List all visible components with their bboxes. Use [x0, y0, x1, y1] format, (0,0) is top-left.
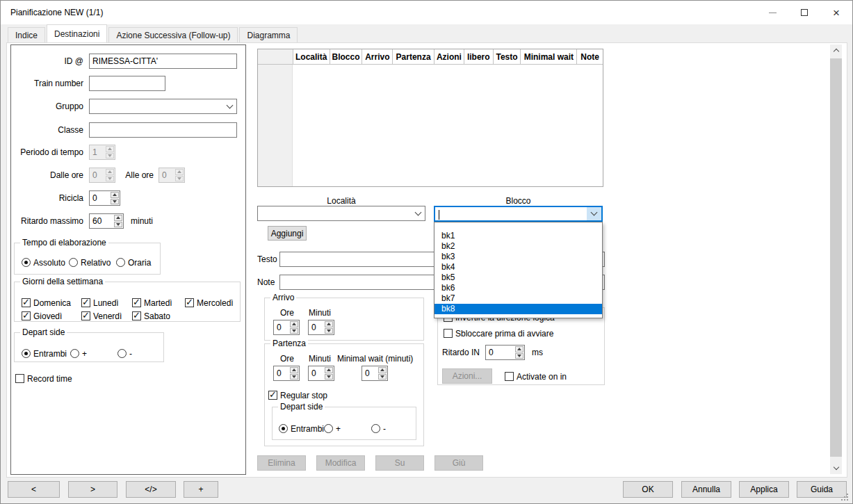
- checkbox-activate-on-in[interactable]: Activate on in: [505, 371, 567, 382]
- ricicla-spinner[interactable]: 0: [89, 190, 120, 206]
- table-corner-cell: [258, 49, 293, 64]
- dropdown-item-bk1[interactable]: bk1: [434, 231, 602, 241]
- dropdown-item-bk5[interactable]: bk5: [434, 273, 602, 283]
- guida-button[interactable]: Guida: [797, 481, 847, 498]
- radio-plus-left[interactable]: +: [70, 348, 87, 359]
- ritardo-in-spinner[interactable]: 0: [485, 345, 525, 360]
- spinner-up-icon[interactable]: [515, 346, 523, 352]
- arrivo-title: Arrivo: [270, 293, 296, 302]
- radio-plus-partenza[interactable]: +: [324, 423, 341, 434]
- dropdown-item-bk4[interactable]: bk4: [434, 262, 602, 273]
- radio-entrambi-left[interactable]: Entrambi: [22, 348, 67, 359]
- radio-oraria[interactable]: Oraria: [116, 257, 151, 268]
- column-header-libero[interactable]: libero: [464, 49, 493, 64]
- close-button[interactable]: ×: [820, 1, 852, 24]
- maximize-button[interactable]: [788, 1, 820, 24]
- partenza-ore-spinner[interactable]: 0: [273, 366, 300, 381]
- dropdown-item-bk8[interactable]: bk8: [434, 304, 602, 314]
- column-header-azioni[interactable]: Azioni: [434, 49, 464, 64]
- checkbox-venerdi[interactable]: Venerdì: [81, 311, 122, 321]
- dropdown-item-bk6[interactable]: bk6: [434, 283, 602, 293]
- classe-input[interactable]: [89, 122, 237, 138]
- checkbox-mercoledi[interactable]: Mercoledì: [185, 298, 234, 308]
- localita-combobox[interactable]: [257, 206, 425, 221]
- destinations-table[interactable]: Località Blocco Arrivo Partenza Azioni l…: [257, 49, 603, 187]
- spinner-up-icon[interactable]: [325, 367, 333, 373]
- spinner-down-icon[interactable]: [325, 374, 333, 380]
- tab-destinazioni[interactable]: Destinazioni: [47, 24, 107, 42]
- column-header-arrivo[interactable]: Arrivo: [361, 49, 392, 64]
- radio-minus-left[interactable]: -: [117, 348, 132, 359]
- spinner-up-icon[interactable]: [378, 367, 387, 373]
- next-button[interactable]: >: [68, 481, 117, 498]
- spinner-up-icon[interactable]: [325, 321, 333, 327]
- dropdown-item-bk3[interactable]: bk3: [434, 252, 602, 262]
- spinner-up-icon[interactable]: [111, 192, 119, 198]
- spinner-down-icon[interactable]: [114, 222, 122, 228]
- radio-relativo[interactable]: Relativo: [69, 257, 111, 268]
- checkbox-martedi[interactable]: Martedì: [132, 298, 172, 308]
- checkbox-domenica[interactable]: Domenica: [22, 298, 71, 308]
- code-button[interactable]: </>: [126, 481, 176, 498]
- resize-grip-icon[interactable]: [847, 499, 848, 501]
- partenza-minuti-spinner[interactable]: 0: [308, 366, 334, 381]
- column-header-note[interactable]: Note: [576, 49, 603, 64]
- column-header-blocco[interactable]: Blocco: [330, 49, 362, 64]
- title-bar: Pianificazione NEW (1/1) ×: [1, 1, 852, 24]
- scrollbar-up-button[interactable]: [830, 44, 842, 56]
- checkbox-sabato[interactable]: Sabato: [132, 311, 170, 321]
- arrivo-ore-spinner[interactable]: 0: [273, 320, 300, 335]
- spinner-down-icon[interactable]: [325, 328, 333, 334]
- spinner-down-icon[interactable]: [290, 328, 298, 334]
- column-header-testo[interactable]: Testo: [493, 49, 521, 64]
- column-header-minimal-wait[interactable]: Minimal wait: [520, 49, 576, 64]
- dropdown-item-bk7[interactable]: bk7: [434, 293, 602, 304]
- vertical-scrollbar[interactable]: [830, 44, 842, 474]
- checkbox-sbloccare[interactable]: Sbloccare prima di avviare: [444, 328, 553, 339]
- spinner-down-icon[interactable]: [515, 353, 523, 359]
- scrollbar-thumb[interactable]: [830, 58, 842, 457]
- minimal-wait-spinner[interactable]: 0: [361, 366, 388, 381]
- prev-button[interactable]: <: [8, 481, 60, 498]
- minimize-button[interactable]: [756, 1, 788, 24]
- depart-side-group-partenza: Depart side Entrambi + -: [272, 407, 416, 440]
- dropdown-item-bk2[interactable]: bk2: [434, 241, 602, 252]
- block-options-group: Invertire la direzione logica Sbloccare …: [437, 307, 605, 385]
- modifica-button: Modifica: [316, 455, 365, 471]
- radio-minus-partenza[interactable]: -: [371, 423, 386, 434]
- id-input[interactable]: RIMESSA-CITTA': [89, 54, 237, 69]
- spinner-up-icon[interactable]: [290, 367, 298, 373]
- blocco-combobox[interactable]: [434, 206, 603, 222]
- tab-diagramma[interactable]: Diagramma: [239, 27, 298, 42]
- checkbox-icon: [268, 391, 277, 400]
- spinner-up-icon[interactable]: [114, 215, 122, 221]
- arrivo-minuti-spinner[interactable]: 0: [308, 320, 334, 335]
- aggiungi-button[interactable]: Aggiungi: [268, 226, 307, 241]
- radio-entrambi-partenza[interactable]: Entrambi: [279, 423, 324, 434]
- tab-indice[interactable]: Indice: [8, 27, 45, 42]
- column-header-partenza[interactable]: Partenza: [392, 49, 434, 64]
- minimize-icon: [769, 13, 777, 13]
- tab-azione-successiva[interactable]: Azione Successiva (Follow-up): [108, 27, 238, 42]
- radio-assoluto[interactable]: Assoluto: [22, 257, 65, 268]
- scrollbar-down-button[interactable]: [830, 462, 842, 474]
- train-number-input[interactable]: [89, 76, 165, 91]
- spinner-down-icon[interactable]: [290, 374, 298, 380]
- spinner-up-icon[interactable]: [290, 321, 298, 327]
- column-header-localita[interactable]: Località: [293, 49, 330, 64]
- checkbox-giovedi[interactable]: Giovedì: [22, 311, 62, 321]
- spinner-down-icon[interactable]: [378, 374, 387, 380]
- checkbox-lunedi[interactable]: Lunedì: [81, 298, 119, 308]
- applica-button[interactable]: Applica: [739, 481, 789, 498]
- add-button[interactable]: +: [184, 481, 218, 498]
- checkbox-regular-stop[interactable]: Regular stop: [268, 390, 327, 400]
- checkbox-record-time[interactable]: Record time: [15, 373, 72, 384]
- annulla-button[interactable]: Annulla: [681, 481, 731, 498]
- ok-button[interactable]: OK: [623, 481, 673, 498]
- gruppo-combobox[interactable]: [89, 99, 237, 114]
- spinner-down-icon[interactable]: [111, 199, 119, 205]
- tab-strip: Indice Destinazioni Azione Successiva (F…: [8, 24, 299, 42]
- blocco-dropdown-list[interactable]: bk1 bk2 bk3 bk4 bk5 bk6 bk7 bk8: [434, 222, 603, 318]
- testo-label: Testo: [257, 252, 277, 267]
- ritardo-massimo-spinner[interactable]: 60: [89, 213, 124, 229]
